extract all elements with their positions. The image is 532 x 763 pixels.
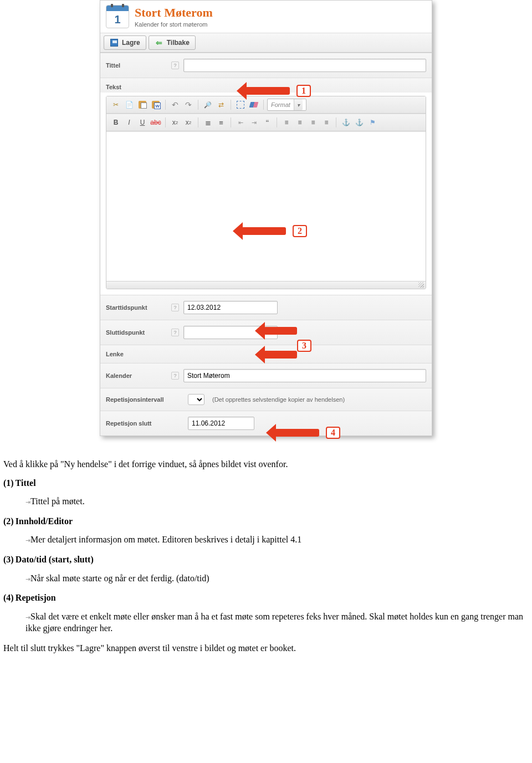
underline-button[interactable]: U bbox=[136, 116, 149, 129]
unlink-button[interactable] bbox=[353, 116, 365, 129]
calendar-label: Kalender bbox=[106, 372, 167, 379]
intro-text: Ved å klikke på "Ny hendelse" i det forr… bbox=[3, 458, 529, 470]
redo-button[interactable] bbox=[182, 99, 195, 111]
calendar-input[interactable] bbox=[183, 369, 426, 382]
numbered-list-button[interactable] bbox=[202, 116, 214, 129]
italic-button[interactable]: I bbox=[123, 116, 135, 129]
page-title: Stort Møterom bbox=[135, 6, 213, 20]
title-row: Tittel ? bbox=[100, 53, 432, 78]
start-time-input[interactable] bbox=[183, 301, 278, 314]
section-4-body: Skal det være et enkelt møte eller ønske… bbox=[25, 611, 529, 634]
repeat-interval-hint: (Det opprettes selvstendige kopier av he… bbox=[212, 396, 345, 403]
repeat-interval-label: Repetisjonsintervall bbox=[106, 396, 183, 403]
end-time-row: Sluttidspunkt ? bbox=[100, 320, 432, 345]
remove-format-button[interactable] bbox=[248, 99, 260, 111]
superscript-button[interactable]: x2 bbox=[182, 116, 195, 129]
link-button[interactable] bbox=[340, 116, 352, 129]
page-header: 1 Stort Møterom Kalender for stort møter… bbox=[100, 1, 432, 33]
bulleted-list-button[interactable] bbox=[215, 116, 227, 129]
screenshot-panel: 1 Stort Møterom Kalender for stort møter… bbox=[100, 0, 432, 436]
section-4-title: (4) Repetisjon bbox=[3, 592, 529, 604]
section-1-title: (1) Tittel bbox=[3, 477, 529, 489]
help-icon[interactable]: ? bbox=[171, 372, 179, 380]
calendar-icon: 1 bbox=[106, 5, 129, 28]
text-label: Tekst bbox=[106, 84, 121, 90]
end-time-input[interactable] bbox=[183, 326, 278, 339]
cut-button[interactable] bbox=[110, 99, 122, 111]
bold-button[interactable]: B bbox=[110, 116, 122, 129]
undo-button[interactable] bbox=[169, 99, 181, 111]
replace-button[interactable] bbox=[215, 99, 227, 111]
document-description: Ved å klikke på "Ny hendelse" i det forr… bbox=[0, 453, 532, 683]
select-all-button[interactable] bbox=[234, 99, 247, 111]
repeat-end-row: Repetisjon slutt bbox=[100, 411, 432, 436]
title-input[interactable] bbox=[183, 59, 426, 72]
section-2-body: Mer detaljert informasjon om møtet. Edit… bbox=[25, 534, 529, 546]
editor-resize-handle[interactable] bbox=[106, 281, 426, 289]
chevron-down-icon: ▾ bbox=[294, 99, 303, 110]
start-time-row: Starttidspunkt ? bbox=[100, 295, 432, 320]
page-subtitle: Kalender for stort møterom bbox=[135, 21, 213, 28]
action-toolbar: Lagre ⇐ Tilbake bbox=[100, 33, 432, 53]
back-icon: ⇐ bbox=[155, 38, 163, 47]
editor-body[interactable] bbox=[106, 131, 426, 281]
help-icon[interactable]: ? bbox=[171, 329, 179, 336]
back-button[interactable]: ⇐ Tilbake bbox=[149, 35, 196, 50]
text-row: Tekst Format ▾ bbox=[100, 78, 432, 295]
section-3-title: (3) Dato/tid (start, slutt) bbox=[3, 554, 529, 566]
paste-word-button[interactable] bbox=[150, 99, 162, 111]
repeat-interval-row: Repetisjonsintervall (Det opprettes selv… bbox=[100, 388, 432, 411]
link-label: Lenke bbox=[106, 351, 167, 357]
save-icon bbox=[110, 38, 119, 47]
outdent-button[interactable] bbox=[234, 116, 247, 129]
repeat-end-input[interactable] bbox=[188, 417, 254, 430]
paste-button[interactable] bbox=[136, 99, 149, 111]
help-icon[interactable]: ? bbox=[171, 304, 179, 311]
section-2-title: (2) Innhold/Editor bbox=[3, 515, 529, 528]
subscript-button[interactable]: x2 bbox=[169, 116, 181, 129]
calendar-row: Kalender ? bbox=[100, 363, 432, 388]
copy-button[interactable] bbox=[123, 99, 135, 111]
start-time-label: Starttidspunkt bbox=[106, 304, 167, 311]
align-justify-button[interactable] bbox=[320, 116, 332, 129]
strike-button[interactable]: abc bbox=[150, 116, 162, 129]
section-1-body: Tittel på møtet. bbox=[25, 495, 529, 508]
align-center-button[interactable] bbox=[294, 116, 306, 129]
editor-toolbar-2: B I U abc x2 x2 bbox=[106, 114, 426, 131]
help-icon[interactable]: ? bbox=[171, 62, 179, 69]
blockquote-button[interactable] bbox=[261, 116, 273, 129]
align-left-button[interactable] bbox=[280, 116, 293, 129]
rich-text-editor: Format ▾ B I U abc x2 x2 bbox=[106, 96, 426, 289]
format-dropdown[interactable]: Format ▾ bbox=[267, 99, 306, 111]
find-button[interactable] bbox=[202, 99, 214, 111]
repeat-end-label: Repetisjon slutt bbox=[106, 420, 183, 427]
repeat-interval-select[interactable] bbox=[188, 394, 204, 405]
link-row: Lenke bbox=[100, 345, 432, 363]
editor-toolbar-1: Format ▾ bbox=[106, 96, 426, 114]
outro-text: Helt til slutt trykkes "Lagre" knappen ø… bbox=[3, 642, 529, 654]
title-label: Tittel bbox=[106, 62, 167, 69]
anchor-button[interactable] bbox=[366, 116, 378, 129]
section-3-body: Når skal møte starte og når er det ferdi… bbox=[25, 572, 529, 585]
indent-button[interactable] bbox=[248, 116, 260, 129]
end-time-label: Sluttidspunkt bbox=[106, 329, 167, 336]
save-button[interactable]: Lagre bbox=[104, 35, 146, 50]
align-right-button[interactable] bbox=[307, 116, 319, 129]
